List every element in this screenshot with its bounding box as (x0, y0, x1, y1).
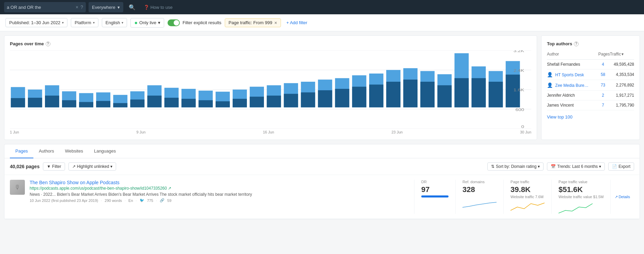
highlight-caret-icon: ▾ (110, 164, 112, 169)
tab-pages[interactable]: Pages (10, 144, 33, 158)
search-button[interactable]: 🔍 (126, 3, 138, 12)
search-box[interactable]: a OR and OR the × ? (4, 2, 86, 12)
traffic-col-header[interactable]: Traffic ▾ (610, 50, 634, 60)
how-to-use-link[interactable]: ❓ How to use (144, 5, 173, 10)
author-pages-cell: 7 (596, 100, 610, 110)
author-traffic-cell: 1,795,790 (610, 100, 634, 110)
bottom-section: Pages Authors Websites Languages 40,026 … (4, 144, 640, 219)
author-name-cell: James Vincent (547, 100, 596, 110)
authors-help-icon[interactable]: ? (574, 42, 579, 46)
result-title[interactable]: The Ben Shapiro Show on Apple Podcasts (30, 180, 409, 185)
author-pages-cell: 4 (596, 60, 610, 69)
svg-rect-26 (182, 99, 196, 107)
only-live-filter[interactable]: ● Only live ▾ (130, 18, 164, 28)
svg-rect-40 (301, 92, 315, 107)
author-name-cell: Jennifer Aldrich (547, 91, 596, 100)
svg-rect-50 (386, 82, 400, 107)
page-traffic-tag: Page traffic: From 999 × (225, 18, 281, 27)
author-pages-cell: 2 (596, 91, 610, 100)
english-caret-icon: ▾ (122, 21, 123, 25)
trend-icon: ↗ (615, 195, 618, 199)
metric-ref-domains: Ref. domains 328 (455, 180, 503, 214)
metric-page-traffic: Page traffic 39.8K Website traffic 7.6M (503, 180, 551, 214)
svg-rect-62 (489, 82, 503, 107)
english-filter[interactable]: English ▾ (102, 18, 127, 27)
pages-count: 40,026 pages (10, 164, 40, 169)
tab-authors[interactable]: Authors (33, 144, 60, 158)
author-link[interactable]: HT Sports Desk (555, 73, 584, 77)
svg-rect-14 (79, 102, 93, 108)
result-item: 🎙 The Ben Shapiro Show on Apple Podcasts… (4, 175, 640, 219)
svg-rect-42 (318, 90, 332, 107)
author-name-cell: 👤 HT Sports Desk (547, 69, 596, 80)
author-traffic-cell: 1,917,271 (610, 91, 634, 100)
links-icon: 🔗 (160, 198, 164, 203)
platform-filter[interactable]: Platform ▾ (71, 18, 98, 27)
search-help-icon[interactable]: ? (80, 4, 83, 10)
svg-rect-6 (11, 98, 25, 107)
result-thumbnail: 🎙 (10, 180, 25, 195)
top-bar: a OR and OR the × ? Everywhere ▾ 🔍 ❓ How… (0, 0, 644, 14)
result-metrics: DR 97 Ref. domains 328 Page traffic 39.8… (414, 180, 634, 214)
tab-websites[interactable]: Websites (60, 144, 89, 158)
traffic-sparkline (511, 200, 545, 214)
sort-caret-icon: ▾ (538, 164, 540, 169)
details-button[interactable]: ↗ Details (610, 180, 634, 214)
svg-text:3.2K: 3.2K (514, 50, 524, 53)
platform-caret-icon: ▾ (93, 21, 95, 25)
tab-languages[interactable]: Languages (89, 144, 121, 158)
add-filter-button[interactable]: + Add filter (284, 19, 310, 27)
list-header: 40,026 pages ▼ Filter ↗ Highlight unlink… (4, 158, 640, 175)
svg-rect-16 (96, 101, 110, 107)
svg-text:0: 0 (521, 125, 524, 129)
svg-rect-22 (147, 96, 162, 108)
only-live-caret-icon: ▾ (158, 20, 160, 25)
author-name-cell: Shefall Fernandes (547, 60, 596, 69)
author-pages-cell[interactable]: 58 (596, 69, 610, 80)
export-button[interactable]: 📄 Export (608, 162, 634, 171)
svg-rect-10 (45, 96, 59, 108)
highlight-icon: ↗ (72, 164, 76, 169)
authors-panel-title: Top authors ? (547, 41, 634, 46)
published-filter[interactable]: Published: 1–30 Jun 2022 ▾ (5, 18, 67, 27)
author-traffic-cell: 4,353,534 (610, 69, 634, 80)
trends-caret-icon: ▾ (599, 164, 601, 169)
filter-button[interactable]: ▼ Filter (43, 162, 65, 171)
clear-search-icon[interactable]: × (76, 4, 78, 10)
chart-help-icon[interactable]: ? (46, 42, 50, 46)
svg-rect-8 (28, 98, 42, 107)
author-row: 👤 Zee Media Bure… 73 2,276,892 (547, 80, 634, 91)
author-avatar-icon: 👤 (547, 82, 553, 88)
author-name-cell: 👤 Zee Media Bure… (547, 80, 596, 91)
remove-traffic-filter-icon[interactable]: × (274, 20, 277, 26)
result-url[interactable]: https://podcasts.apple.com/us/podcast/th… (30, 186, 409, 191)
filter-explicit-toggle[interactable]: Filter explicit results (168, 19, 221, 26)
svg-rect-60 (472, 78, 486, 108)
authors-table: Author Pages Traffic ▾ Shefall Fernandes… (547, 50, 634, 110)
svg-rect-30 (216, 101, 230, 108)
view-top-100-link[interactable]: View top 100 (547, 114, 634, 120)
author-row: 👤 HT Sports Desk 58 4,353,534 (547, 69, 634, 80)
question-circle-icon: ❓ (144, 5, 149, 10)
result-main: The Ben Shapiro Show on Apple Podcasts h… (30, 180, 409, 203)
author-avatar-icon: 👤 (547, 72, 553, 77)
published-caret-icon: ▾ (62, 21, 64, 25)
twitter-icon: 🐦 (140, 198, 144, 203)
svg-rect-48 (369, 84, 383, 107)
toggle-switch[interactable] (168, 19, 180, 26)
svg-rect-36 (267, 96, 281, 108)
svg-rect-12 (62, 100, 76, 107)
svg-rect-28 (199, 100, 213, 107)
author-pages-cell[interactable]: 73 (596, 80, 610, 91)
trends-button[interactable]: 📅 Trends: Last 6 months ▾ (547, 162, 605, 171)
author-row: Jennifer Aldrich 2 1,917,271 (547, 91, 634, 100)
svg-rect-24 (164, 98, 179, 107)
metric-traffic-value: Page traffic value $51.6K Website traffi… (551, 180, 610, 214)
author-row: Shefall Fernandes 4 49,595,428 (547, 60, 634, 69)
location-label: Everywhere (92, 5, 115, 10)
author-link[interactable]: Zee Media Bure… (555, 83, 588, 88)
highlight-unlinked-button[interactable]: ↗ Highlight unlinked ▾ (68, 162, 116, 171)
location-dropdown[interactable]: Everywhere ▾ (89, 2, 123, 12)
main-content: Pages over time ? (0, 31, 644, 144)
sort-button[interactable]: ⇅ Sort by: Domain rating ▾ (487, 162, 544, 171)
